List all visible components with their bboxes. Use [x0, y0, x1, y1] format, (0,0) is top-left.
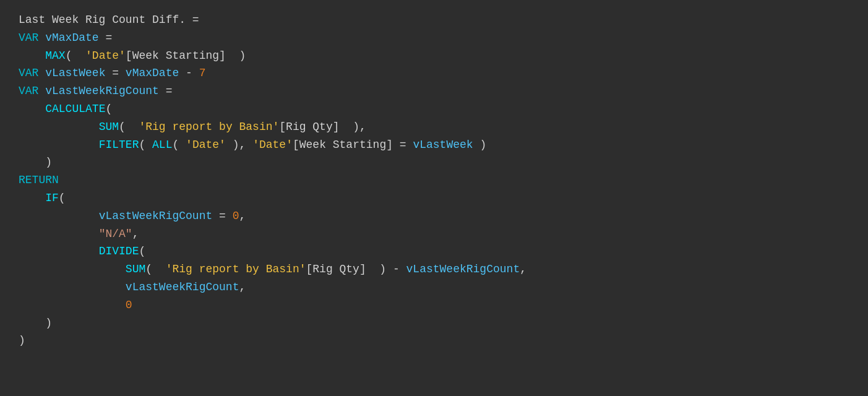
code-line-14: DIVIDE( [19, 243, 849, 260]
code-line-18: ) [19, 314, 849, 332]
code-line-8: FILTER( ALL( 'Date' ), 'Date'[Week Start… [19, 136, 849, 154]
code-line-5: VAR vLastWeekRigCount = [19, 82, 849, 100]
code-line-9: ) [19, 153, 849, 171]
code-line-16: vLastWeekRigCount, [19, 278, 849, 296]
code-line-2: VAR vMaxDate = [19, 29, 849, 47]
code-line-12: vLastWeekRigCount = 0, [19, 207, 849, 225]
code-line-10: RETURN [19, 171, 849, 189]
code-line-19: ) [19, 332, 849, 350]
code-line-4: VAR vLastWeek = vMaxDate - 7 [19, 64, 849, 82]
code-line-6: CALCULATE( [19, 100, 849, 118]
code-line-11: IF( [19, 189, 849, 207]
code-line-1: Last Week Rig Count Diff. = [19, 11, 849, 29]
code-line-3: MAX( 'Date'[Week Starting] ) [19, 47, 849, 65]
code-line-7: SUM( 'Rig report by Basin'[Rig Qty] ), [19, 118, 849, 136]
code-editor: Last Week Rig Count Diff. = VAR vMaxDate… [0, 0, 868, 396]
code-line-15: SUM( 'Rig report by Basin'[Rig Qty] ) - … [19, 260, 849, 278]
code-line-13: "N/A", [19, 225, 849, 243]
code-line-17: 0 [19, 296, 849, 314]
